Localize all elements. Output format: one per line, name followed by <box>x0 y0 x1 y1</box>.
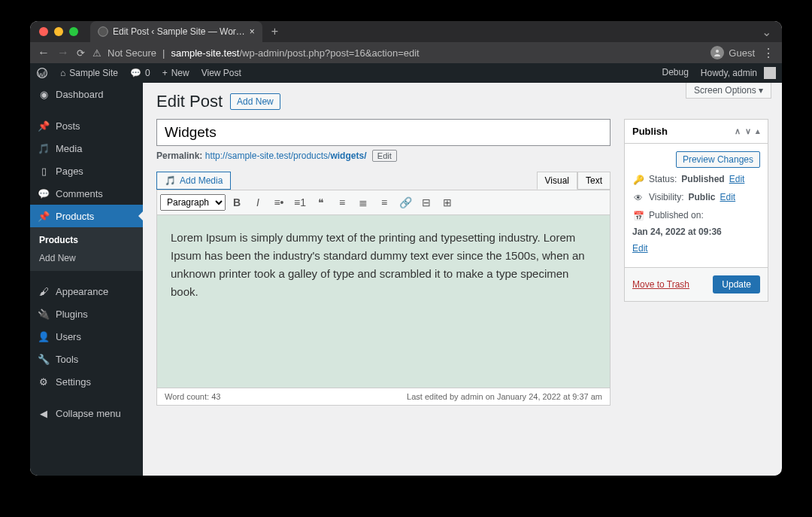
sidebar-plugins[interactable]: 🔌Plugins <box>30 303 143 325</box>
new-tab-button[interactable]: + <box>271 25 278 38</box>
text-tab[interactable]: Text <box>577 172 611 190</box>
minimize-window[interactable] <box>54 27 63 36</box>
bold-button[interactable]: B <box>227 193 247 211</box>
reload-button[interactable]: ⟳ <box>77 47 85 59</box>
number-list-button[interactable]: ≡1 <box>290 193 310 211</box>
comment-icon: 💬 <box>38 187 50 199</box>
word-count: Word count: 43 <box>165 392 220 401</box>
debug-link[interactable]: Debug <box>656 67 694 78</box>
wp-logo-button[interactable] <box>30 63 54 83</box>
italic-button[interactable]: I <box>248 193 268 211</box>
back-button[interactable]: ← <box>38 46 50 59</box>
align-right-button[interactable]: ≡ <box>374 193 394 211</box>
sidebar-settings[interactable]: ⚙Settings <box>30 370 143 393</box>
visual-tab[interactable]: Visual <box>537 172 577 190</box>
warning-icon: ⚠ <box>92 47 102 59</box>
sidebar-dashboard[interactable]: ◉Dashboard <box>30 83 143 105</box>
sidebar-media[interactable]: 🎵Media <box>30 137 143 160</box>
eye-icon: 👁 <box>632 192 644 204</box>
edit-date[interactable]: Edit <box>632 243 648 254</box>
toggle-icon[interactable]: ▴ <box>756 126 760 136</box>
url-bar: ← → ⟳ ⚠ Not Secure | sample-site.test/wp… <box>30 42 782 63</box>
align-center-button[interactable]: ≣ <box>353 193 373 211</box>
edit-status[interactable]: Edit <box>729 174 745 184</box>
more-button[interactable]: ⊟ <box>417 193 436 211</box>
calendar-icon: 📅 <box>632 210 644 222</box>
comment-icon: 💬 <box>130 68 141 78</box>
sliders-icon: ⚙ <box>38 376 50 388</box>
permalink-row: Permalink: http://sample-site.test/produ… <box>156 151 611 161</box>
collapse-icon: ◀ <box>38 407 50 419</box>
wrench-icon: 🔧 <box>38 353 50 365</box>
site-link[interactable]: ⌂Sample Site <box>54 63 124 83</box>
sidebar-tools[interactable]: 🔧Tools <box>30 348 143 370</box>
submenu-add-new[interactable]: Add New <box>30 249 143 267</box>
submenu-products[interactable]: Products <box>30 231 143 249</box>
svg-point-0 <box>98 27 108 37</box>
sidebar-posts[interactable]: 📌Posts <box>30 114 143 137</box>
url-path: /wp-admin/post.php?post=16&action=edit <box>239 47 419 59</box>
view-post-link[interactable]: View Post <box>195 63 247 83</box>
publish-heading: Publish <box>632 126 668 137</box>
add-new-button[interactable]: Add New <box>230 93 280 110</box>
quote-button[interactable]: ❝ <box>311 193 331 211</box>
sidebar-products[interactable]: 📌Products <box>30 205 143 227</box>
add-media-button[interactable]: 🎵Add Media <box>156 172 231 190</box>
address-box[interactable]: ⚠ Not Secure | sample-site.test/wp-admin… <box>92 47 703 59</box>
browser-tab-strip: Edit Post ‹ Sample Site — Wor… × + ⌄ <box>30 21 782 42</box>
browser-tab[interactable]: Edit Post ‹ Sample Site — Wor… × <box>90 21 262 42</box>
permalink-label: Permalink: <box>156 151 202 161</box>
post-title-input[interactable] <box>156 119 611 146</box>
update-button[interactable]: Update <box>713 275 760 293</box>
browser-menu-icon[interactable]: ⋮ <box>762 46 774 60</box>
move-up-icon[interactable]: ∧ <box>735 126 741 136</box>
tabs-chevron-icon[interactable]: ⌄ <box>762 25 771 39</box>
close-tab-icon[interactable]: × <box>250 26 255 37</box>
move-down-icon[interactable]: ∨ <box>745 126 751 136</box>
tab-title: Edit Post ‹ Sample Site — Wor… <box>113 26 245 37</box>
guest-label: Guest <box>729 47 755 59</box>
pin-icon: 📌 <box>38 210 50 222</box>
align-left-button[interactable]: ≡ <box>332 193 352 211</box>
wordpress-icon <box>36 67 48 79</box>
new-link[interactable]: +New <box>156 63 195 83</box>
content-area: Screen Options ▾ Edit Post Add New Perma… <box>143 83 782 476</box>
howdy-link[interactable]: Howdy, admin <box>695 67 782 79</box>
format-select[interactable]: Paragraph <box>160 194 226 211</box>
avatar <box>764 67 776 79</box>
maximize-window[interactable] <box>69 27 78 36</box>
media-icon: 🎵 <box>165 175 176 186</box>
key-icon: 🔑 <box>632 174 644 186</box>
bullet-list-button[interactable]: ≡• <box>269 193 289 211</box>
page-icon: ▯ <box>38 165 50 177</box>
sidebar-comments[interactable]: 💬Comments <box>30 182 143 205</box>
person-icon <box>710 46 724 59</box>
close-window[interactable] <box>39 27 48 36</box>
plug-icon: 🔌 <box>38 308 50 320</box>
footer: Thank you for creating with WordPress. V… <box>256 471 782 476</box>
window-controls <box>39 27 78 36</box>
wp-admin-bar: ⌂Sample Site 💬0 +New View Post Debug How… <box>30 63 782 83</box>
brush-icon: 🖌 <box>38 285 50 297</box>
content-editor[interactable]: Lorem Ipsum is simply dummy text of the … <box>156 215 611 388</box>
home-icon: ⌂ <box>60 68 65 78</box>
page-title: Edit Post <box>156 92 223 111</box>
move-to-trash[interactable]: Move to Trash <box>632 279 689 290</box>
sidebar-pages[interactable]: ▯Pages <box>30 160 143 182</box>
editor-status: Word count: 43 Last edited by admin on J… <box>156 388 611 406</box>
profile-button[interactable]: Guest <box>710 46 755 59</box>
preview-button[interactable]: Preview Changes <box>676 151 760 168</box>
permalink-link[interactable]: http://sample-site.test/products/widgets… <box>205 151 367 161</box>
toolbar-toggle-button[interactable]: ⊞ <box>438 193 457 211</box>
screen-options-button[interactable]: Screen Options ▾ <box>686 83 771 99</box>
edit-visibility[interactable]: Edit <box>720 192 735 202</box>
svg-point-1 <box>716 50 719 53</box>
link-button[interactable]: 🔗 <box>395 193 415 211</box>
admin-sidebar: ◉Dashboard 📌Posts 🎵Media ▯Pages 💬Comment… <box>30 83 143 476</box>
sidebar-users[interactable]: 👤Users <box>30 325 143 348</box>
comments-link[interactable]: 💬0 <box>124 63 156 83</box>
sidebar-appearance[interactable]: 🖌Appearance <box>30 280 143 303</box>
wordpress-icon <box>98 26 108 37</box>
permalink-edit-button[interactable]: Edit <box>372 150 397 162</box>
sidebar-collapse[interactable]: ◀Collapse menu <box>30 402 143 424</box>
